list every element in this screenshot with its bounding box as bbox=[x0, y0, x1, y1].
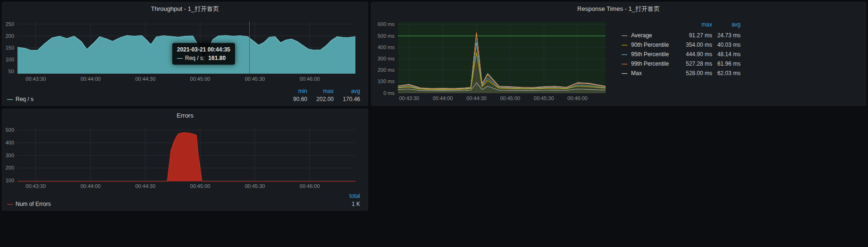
legend-series-name: 95th Percentile bbox=[631, 51, 677, 58]
svg-text:00:43:30: 00:43:30 bbox=[25, 76, 46, 82]
legend-max-value: 527.28 ms bbox=[677, 60, 712, 67]
series bbox=[17, 133, 355, 182]
errors-chart[interactable]: 10020030040050000:43:3000:44:0000:44:300… bbox=[3, 123, 367, 190]
svg-text:250: 250 bbox=[6, 21, 14, 27]
legend-series-name: Average bbox=[631, 32, 677, 39]
stat-value-min: 90.60 bbox=[281, 96, 307, 102]
svg-text:200: 200 bbox=[6, 33, 14, 39]
legend-series-dash: — bbox=[622, 32, 629, 39]
svg-text:150: 150 bbox=[6, 45, 14, 51]
errors-stats-values: 1 K bbox=[334, 201, 360, 207]
stat-value-total: 1 K bbox=[334, 201, 360, 207]
tooltip-series-label: Req / s: bbox=[185, 55, 204, 61]
svg-text:00:45:30: 00:45:30 bbox=[534, 95, 554, 101]
svg-text:300 ms: 300 ms bbox=[378, 56, 395, 61]
svg-text:00:45:00: 00:45:00 bbox=[500, 95, 520, 101]
errors-series-label: Num of Errors bbox=[16, 201, 51, 207]
panel-response-times: Response Times - 1_打开首页 0 ms100 ms200 ms… bbox=[371, 2, 866, 106]
panel-title-response-times[interactable]: Response Times - 1_打开首页 bbox=[371, 2, 866, 16]
legend-row[interactable]: —95th Percentile444.90 ms48.14 ms bbox=[622, 50, 741, 59]
stat-header-total[interactable]: total bbox=[334, 193, 360, 199]
errors-series-toggle[interactable]: —Num of Errors bbox=[7, 201, 51, 207]
svg-text:00:46:00: 00:46:00 bbox=[300, 76, 320, 82]
panel-title-throughput[interactable]: Throughput - 1_打开首页 bbox=[2, 2, 368, 16]
throughput-stats-headers: min max avg bbox=[7, 88, 360, 94]
legend-avg-value: 48.14 ms bbox=[712, 51, 741, 58]
legend-row[interactable]: —99th Percentile527.28 ms61.96 ms bbox=[622, 59, 741, 68]
response-legend-rows: —Average91.27 ms24.73 ms—90th Percentile… bbox=[622, 31, 741, 78]
errors-stats-headers: total bbox=[7, 193, 360, 199]
legend-header-avg[interactable]: avg bbox=[712, 21, 741, 30]
svg-text:400 ms: 400 ms bbox=[378, 44, 395, 50]
stat-header-max[interactable]: max bbox=[307, 88, 334, 94]
svg-text:200: 200 bbox=[6, 165, 14, 170]
panel-errors: Errors 10020030040050000:43:3000:44:0000… bbox=[2, 109, 368, 211]
legend-avg-value: 24.73 ms bbox=[712, 32, 741, 39]
tooltip-timestamp: 2021-03-21 00:44:35 bbox=[177, 46, 230, 53]
stat-value-max: 202.00 bbox=[307, 96, 334, 102]
legend-avg-value: 62.03 ms bbox=[712, 70, 741, 77]
svg-text:00:43:30: 00:43:30 bbox=[399, 95, 419, 101]
svg-text:00:45:30: 00:45:30 bbox=[245, 183, 265, 189]
svg-text:00:45:30: 00:45:30 bbox=[245, 76, 265, 82]
axis-labels: 10020030040050000:43:3000:44:0000:44:300… bbox=[6, 127, 320, 189]
legend-max-value: 528.00 ms bbox=[677, 70, 712, 77]
svg-text:200 ms: 200 ms bbox=[378, 67, 395, 73]
svg-text:600 ms: 600 ms bbox=[378, 21, 395, 27]
throughput-stats-values: 90.60 202.00 170.46 bbox=[281, 96, 360, 102]
svg-text:500 ms: 500 ms bbox=[378, 33, 395, 39]
legend-row[interactable]: —Max528.00 ms62.03 ms bbox=[622, 68, 741, 78]
svg-text:300: 300 bbox=[6, 153, 14, 158]
throughput-series-label: Req / s bbox=[16, 96, 34, 102]
errors-series-dash: — bbox=[7, 201, 13, 207]
throughput-legend: min max avg —Req / s 90.60 202.00 170.46 bbox=[7, 88, 360, 102]
tooltip-value: 161.80 bbox=[208, 55, 226, 61]
svg-text:00:44:00: 00:44:00 bbox=[80, 183, 101, 189]
legend-series-dash: — bbox=[622, 51, 629, 58]
stat-header-min[interactable]: min bbox=[281, 88, 307, 94]
svg-text:100: 100 bbox=[6, 178, 14, 183]
legend-header-max[interactable]: max bbox=[677, 21, 712, 30]
legend-max-value: 444.90 ms bbox=[677, 51, 712, 58]
legend-row[interactable]: —90th Percentile354.00 ms40.03 ms bbox=[622, 40, 741, 50]
response-legend: max avg —Average91.27 ms24.73 ms—90th Pe… bbox=[622, 21, 741, 78]
svg-text:500: 500 bbox=[6, 127, 14, 133]
response-times-chart[interactable]: 0 ms100 ms200 ms300 ms400 ms500 ms600 ms… bbox=[374, 16, 620, 103]
svg-text:00:45:00: 00:45:00 bbox=[190, 183, 211, 189]
svg-text:400: 400 bbox=[6, 140, 14, 145]
errors-legend: total —Num of Errors 1 K bbox=[7, 193, 360, 207]
svg-text:100: 100 bbox=[6, 57, 14, 62]
svg-text:00:46:00: 00:46:00 bbox=[300, 183, 320, 189]
legend-series-dash: — bbox=[622, 60, 629, 67]
svg-text:100 ms: 100 ms bbox=[378, 78, 395, 84]
legend-series-name: 99th Percentile bbox=[631, 60, 677, 67]
response-legend-headers: max avg bbox=[622, 21, 741, 30]
svg-text:00:44:30: 00:44:30 bbox=[466, 95, 487, 101]
stat-header-avg[interactable]: avg bbox=[334, 88, 360, 94]
stat-value-avg: 170.46 bbox=[334, 96, 360, 102]
legend-series-name: 90th Percentile bbox=[631, 42, 677, 48]
svg-text:00:44:30: 00:44:30 bbox=[135, 183, 155, 189]
throughput-series-toggle[interactable]: —Req / s bbox=[7, 96, 34, 102]
legend-series-name: Max bbox=[631, 70, 677, 77]
svg-text:50: 50 bbox=[8, 68, 14, 74]
legend-avg-value: 40.03 ms bbox=[712, 42, 741, 48]
svg-text:00:44:30: 00:44:30 bbox=[135, 76, 155, 82]
legend-max-value: 354.00 ms bbox=[677, 42, 712, 48]
svg-text:00:43:30: 00:43:30 bbox=[25, 183, 46, 189]
chart-tooltip: 2021-03-21 00:44:35 — Req / s: 161.80 bbox=[172, 43, 235, 65]
legend-series-dash: — bbox=[622, 42, 629, 48]
svg-text:00:45:00: 00:45:00 bbox=[190, 76, 211, 82]
panel-title-errors[interactable]: Errors bbox=[2, 109, 368, 122]
tooltip-series-dash: — bbox=[177, 55, 183, 61]
svg-text:00:44:00: 00:44:00 bbox=[433, 95, 453, 101]
svg-text:00:46:00: 00:46:00 bbox=[567, 95, 588, 101]
legend-max-value: 91.27 ms bbox=[677, 32, 712, 39]
panel-throughput: Throughput - 1_打开首页 5010015020025000:43:… bbox=[2, 2, 368, 106]
throughput-series-dash: — bbox=[7, 96, 13, 102]
legend-row[interactable]: —Average91.27 ms24.73 ms bbox=[622, 31, 741, 40]
legend-series-dash: — bbox=[622, 70, 629, 77]
svg-text:00:44:00: 00:44:00 bbox=[80, 76, 101, 82]
legend-avg-value: 61.96 ms bbox=[712, 60, 741, 67]
svg-text:0 ms: 0 ms bbox=[383, 90, 395, 96]
